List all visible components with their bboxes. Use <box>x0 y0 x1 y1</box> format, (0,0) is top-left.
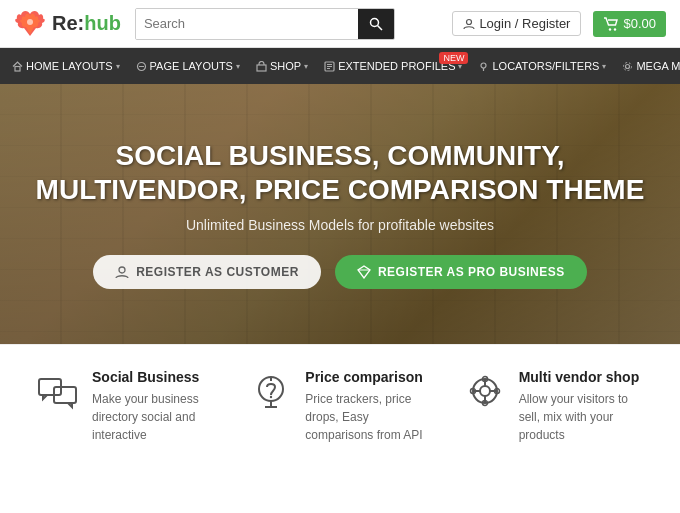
nav-arrow: ▾ <box>304 62 308 71</box>
new-badge: NEW <box>439 52 468 64</box>
customer-icon <box>115 265 129 279</box>
main-nav: HOME LAYOUTS ▾ PAGE LAYOUTS ▾ SHOP ▾ EXT… <box>0 48 680 84</box>
svg-point-24 <box>270 396 272 398</box>
hero-buttons: REGISTER AS CUSTOMER REGISTER AS PRO BUS… <box>20 255 660 289</box>
svg-line-2 <box>377 25 382 30</box>
home-icon <box>12 61 23 72</box>
search-input[interactable] <box>136 9 358 39</box>
social-business-icon <box>36 369 80 413</box>
cart-icon <box>603 16 619 32</box>
page-icon <box>136 61 147 72</box>
nav-shop[interactable]: SHOP ▾ <box>248 48 316 84</box>
svg-point-16 <box>624 62 632 70</box>
feature-title: Multi vendor shop <box>519 369 644 385</box>
svg-point-0 <box>27 19 33 25</box>
logo-icon <box>14 8 46 40</box>
logo-text: Re:hub <box>52 12 121 35</box>
logo-link[interactable]: Re:hub <box>14 8 121 40</box>
register-pro-button[interactable]: REGISTER AS PRO BUSINESS <box>335 255 587 289</box>
svg-point-17 <box>119 267 125 273</box>
feature-title: Price comparison <box>305 369 430 385</box>
profiles-icon <box>324 61 335 72</box>
cart-button[interactable]: $0.00 <box>593 11 666 37</box>
feature-price-text: Price comparison Price trackers, price d… <box>305 369 430 444</box>
svg-point-3 <box>467 19 472 24</box>
hero-content: SOCIAL BUSINESS, COMMUNITY, MULTIVENDOR,… <box>0 139 680 288</box>
svg-point-1 <box>370 18 378 26</box>
hero-subtitle: Unlimited Business Models for profitable… <box>20 217 660 233</box>
nav-mega-menu[interactable]: MEGA MENU ▾ <box>614 48 680 84</box>
hero-title: SOCIAL BUSINESS, COMMUNITY, MULTIVENDOR,… <box>20 139 660 206</box>
svg-point-14 <box>481 63 486 68</box>
feature-vendor-text: Multi vendor shop Allow your visitors to… <box>519 369 644 444</box>
svg-marker-18 <box>358 266 370 278</box>
cart-amount: $0.00 <box>623 16 656 31</box>
feature-social-business: Social Business Make your business direc… <box>20 369 233 444</box>
feature-desc: Allow your visitors to sell, mix with yo… <box>519 390 644 444</box>
svg-rect-9 <box>257 65 266 71</box>
locator-icon <box>478 61 489 72</box>
price-comparison-icon <box>249 369 293 413</box>
feature-multi-vendor: Multi vendor shop Allow your visitors to… <box>447 369 660 444</box>
gear-icon <box>622 61 633 72</box>
shop-icon <box>256 61 267 72</box>
features-section: Social Business Make your business direc… <box>0 344 680 460</box>
search-button[interactable] <box>358 9 394 39</box>
register-customer-button[interactable]: REGISTER AS CUSTOMER <box>93 255 321 289</box>
header-actions: Login / Register $0.00 <box>452 11 666 37</box>
feature-title: Social Business <box>92 369 217 385</box>
svg-point-5 <box>614 28 616 30</box>
svg-point-15 <box>626 64 630 68</box>
svg-rect-6 <box>15 66 20 71</box>
nav-arrow: ▾ <box>116 62 120 71</box>
nav-page-layouts[interactable]: PAGE LAYOUTS ▾ <box>128 48 248 84</box>
nav-arrow: ▾ <box>236 62 240 71</box>
feature-social-text: Social Business Make your business direc… <box>92 369 217 444</box>
login-register-link[interactable]: Login / Register <box>452 11 581 36</box>
diamond-icon <box>357 265 371 279</box>
svg-point-28 <box>480 386 490 396</box>
hero-section: SOCIAL BUSINESS, COMMUNITY, MULTIVENDOR,… <box>0 84 680 344</box>
multi-vendor-icon <box>463 369 507 413</box>
feature-desc: Price trackers, price drops, Easy compar… <box>305 390 430 444</box>
nav-arrow: ▾ <box>602 62 606 71</box>
user-icon <box>463 18 475 30</box>
svg-point-4 <box>609 28 611 30</box>
nav-home-layouts[interactable]: HOME LAYOUTS ▾ <box>4 48 128 84</box>
feature-desc: Make your business directory social and … <box>92 390 217 444</box>
nav-extended-profiles[interactable]: EXTENDED PROFILES ▾ NEW <box>316 48 470 84</box>
feature-price-comparison: Price comparison Price trackers, price d… <box>233 369 446 444</box>
search-icon <box>369 17 383 31</box>
search-bar <box>135 8 395 40</box>
nav-locators[interactable]: LOCATORS/FILTERS ▾ <box>470 48 614 84</box>
site-header: Re:hub Login / Register $0.00 <box>0 0 680 48</box>
